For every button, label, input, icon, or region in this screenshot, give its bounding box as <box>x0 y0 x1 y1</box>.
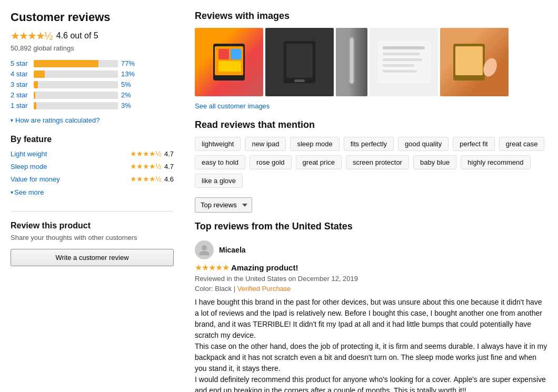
svg-rect-16 <box>383 70 417 73</box>
review-color: Color: Black <box>195 285 232 293</box>
see-more-text: See more <box>14 188 44 196</box>
star-bar-4: 4 star 13% <box>11 70 174 78</box>
overall-rating-row: ★★★★½ 4.6 out of 5 <box>11 29 174 42</box>
by-feature-title: By feature <box>11 135 174 144</box>
pct-3: 5% <box>121 81 137 88</box>
feature-stars-value: ★★★★½ <box>130 175 161 183</box>
reviews-images-title: Reviews with images <box>195 11 547 22</box>
feature-name-sleep-mode[interactable]: Sleep mode <box>11 163 47 170</box>
bar-fill-3 <box>34 81 38 88</box>
review-image-2[interactable] <box>265 28 334 96</box>
tag-good-quality[interactable]: good quality <box>398 137 449 151</box>
reviewer-name: Micaela <box>219 246 246 254</box>
ipad-finger-icon <box>448 41 501 83</box>
review-meta: Reviewed in the United States on Decembe… <box>195 275 547 283</box>
left-panel: Customer reviews ★★★★½ 4.6 out of 5 50,8… <box>11 11 174 392</box>
review-body: I have bought this brand in the past for… <box>195 297 547 392</box>
see-all-images-link[interactable]: See all customer images <box>195 102 270 110</box>
bar-fill-4 <box>34 71 45 78</box>
ipad-image-1-icon <box>208 41 250 83</box>
star-label-4[interactable]: 4 star <box>11 70 31 78</box>
chevron-down-icon-2: ▾ <box>11 189 13 195</box>
tag-sleep-mode[interactable]: sleep mode <box>290 137 339 151</box>
top-reviews-title: Top reviews from the United States <box>195 221 547 232</box>
ratings-calc-text: How are ratings calculated? <box>15 116 99 124</box>
star-bar-5: 5 star 77% <box>11 59 174 67</box>
tag-fits-perfectly[interactable]: fits perfectly <box>344 137 394 151</box>
review-images-row <box>195 28 547 96</box>
tag-highly-recommend[interactable]: highly recommend <box>461 155 530 169</box>
tag-baby-blue[interactable]: baby blue <box>413 155 456 169</box>
star-bar-2: 2 star 2% <box>11 91 174 99</box>
star-label-2[interactable]: 2 star <box>11 91 31 99</box>
by-feature-section: By feature Light weight ★★★★½ 4.7 Sleep … <box>11 135 174 196</box>
svg-point-20 <box>202 245 207 250</box>
tag-screen-protector[interactable]: screen protector <box>346 155 409 169</box>
tag-great-case[interactable]: great case <box>499 137 545 151</box>
review-image-4[interactable] <box>370 28 438 96</box>
svg-rect-3 <box>231 49 241 59</box>
star-label-5[interactable]: 5 star <box>11 59 31 67</box>
overall-rating-text: 4.6 out of 5 <box>56 31 98 41</box>
feature-stars-val-value: ★★★★½ 4.6 <box>130 175 174 183</box>
review-product-sub: Share your thoughts with other customers <box>11 234 174 242</box>
bar-fill-2 <box>34 92 35 99</box>
ipad-case-image-icon <box>281 38 318 86</box>
see-more-link[interactable]: ▾ See more <box>11 188 44 196</box>
review-product-section: Review this product Share your thoughts … <box>11 211 174 266</box>
tag-easy-to-hold[interactable]: easy to hold <box>195 155 245 169</box>
feature-val-value: 4.6 <box>164 175 174 183</box>
ratings-calc-link[interactable]: ▾ How are ratings calculated? <box>11 116 99 124</box>
feature-sleep-mode: Sleep mode ★★★★½ 4.7 <box>11 162 174 170</box>
feature-lightweight: Light weight ★★★★½ 4.7 <box>11 149 174 158</box>
mention-title: Read reviews that mention <box>195 119 547 130</box>
feature-stars-lightweight: ★★★★½ <box>130 149 161 158</box>
text-image-icon <box>377 41 430 83</box>
pct-1: 3% <box>121 102 137 109</box>
feature-val-sleep: 4.7 <box>164 163 174 170</box>
chevron-down-icon: ▾ <box>11 117 13 123</box>
svg-rect-9 <box>350 38 353 83</box>
feature-val-lightweight: 4.7 <box>164 150 174 158</box>
svg-rect-2 <box>218 49 229 59</box>
write-review-button[interactable]: Write a customer review <box>11 249 174 266</box>
review-image-1[interactable] <box>195 28 263 96</box>
bar-bg-5 <box>34 60 118 67</box>
review-image-3[interactable] <box>336 28 367 96</box>
separator: | <box>234 285 237 293</box>
svg-rect-7 <box>294 79 305 82</box>
tag-perfect-fit[interactable]: perfect fit <box>453 137 494 151</box>
sort-select[interactable]: Top reviews Most recent <box>195 197 252 213</box>
review-image-5[interactable] <box>440 28 509 96</box>
feature-stars-val-sleep: ★★★★½ 4.7 <box>130 162 174 170</box>
tag-rose-gold[interactable]: rose gold <box>250 155 291 169</box>
feature-name-value-money[interactable]: Value for money <box>11 175 60 183</box>
star-label-3[interactable]: 3 star <box>11 81 31 88</box>
right-panel: Reviews with images <box>195 11 547 392</box>
sort-dropdown-row: Top reviews Most recent <box>195 197 547 213</box>
tag-like-a-glove[interactable]: like a glove <box>195 174 243 188</box>
star-label-1[interactable]: 1 star <box>11 102 31 109</box>
svg-marker-10 <box>349 84 354 88</box>
bar-bg-3 <box>34 81 118 88</box>
feature-name-lightweight[interactable]: Light weight <box>11 150 47 158</box>
review-product-title: Review this product <box>11 221 174 230</box>
bar-fill-5 <box>34 60 98 67</box>
svg-rect-14 <box>383 58 422 61</box>
pencil-icon <box>346 36 357 88</box>
review-headline: Amazing product! <box>231 263 298 272</box>
star-bar-1: 1 star 3% <box>11 102 174 109</box>
pct-2: 2% <box>121 91 137 99</box>
tag-lightweight[interactable]: lightweight <box>195 137 241 151</box>
svg-rect-15 <box>383 64 414 67</box>
overall-stars: ★★★★½ <box>11 29 52 42</box>
mention-tags: lightweight new ipad sleep mode fits per… <box>195 137 547 188</box>
review-stars-headline: ★★★★★ Amazing product! <box>195 263 547 273</box>
tag-new-ipad[interactable]: new ipad <box>245 137 286 151</box>
bar-bg-2 <box>34 92 118 99</box>
reviewer-row: Micaela <box>195 240 547 259</box>
pct-4: 13% <box>121 70 137 78</box>
star-bar-3: 3 star 5% <box>11 81 174 88</box>
bar-fill-1 <box>34 102 36 109</box>
tag-great-price[interactable]: great price <box>296 155 342 169</box>
